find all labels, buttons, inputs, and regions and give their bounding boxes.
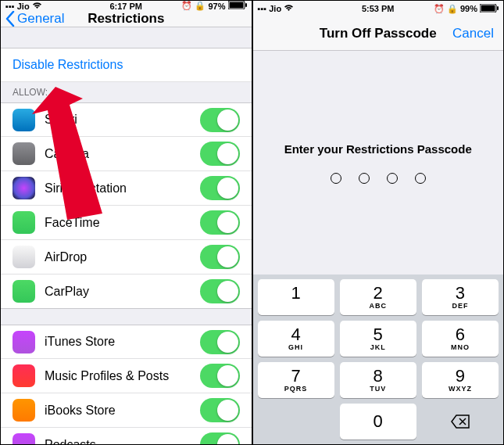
- numeric-keypad: 1 2ABC3DEF4GHI5JKL6MNO7PQRS8TUV9WXYZ0: [253, 275, 504, 444]
- app-label: Safari: [45, 113, 200, 127]
- passcode-dot: [415, 173, 426, 184]
- keypad-key-8[interactable]: 8TUV: [340, 362, 416, 398]
- allow-header: ALLOW:: [1, 82, 252, 102]
- clock: 5:53 PM: [253, 4, 504, 13]
- status-bar: ▪▪▪ Jio 6:17 PM ⏰ 🔒 97%: [1, 1, 252, 11]
- nav-bar: Turn Off Passcode Cancel: [253, 16, 504, 51]
- allow-row: Podcasts: [1, 428, 252, 444]
- keypad-delete[interactable]: [422, 404, 499, 440]
- allow-row: Siri & Dictation: [1, 171, 252, 206]
- app-icon: [13, 177, 35, 199]
- allow-toggle[interactable]: [200, 176, 240, 200]
- app-icon: [13, 142, 35, 165]
- cancel-button[interactable]: Cancel: [452, 26, 494, 41]
- keypad-key-3[interactable]: 3DEF: [422, 279, 499, 315]
- app-icon: [13, 211, 35, 234]
- allow-toggle[interactable]: [200, 142, 240, 166]
- allow-row: iBooks Store: [1, 393, 252, 428]
- keypad-key-0[interactable]: 0: [340, 404, 416, 440]
- disable-restrictions-label: Disable Restrictions: [13, 58, 240, 72]
- settings-list: Disable Restrictions ALLOW: SafariCamera…: [1, 27, 252, 444]
- allow-toggle[interactable]: [200, 108, 240, 132]
- app-label: Podcasts: [45, 438, 200, 445]
- restrictions-screen: ▪▪▪ Jio 6:17 PM ⏰ 🔒 97% General Restrict…: [1, 1, 252, 444]
- passcode-prompt: Enter your Restrictions Passcode: [284, 142, 472, 156]
- keypad-key-7[interactable]: 7PQRS: [258, 362, 334, 398]
- keypad-key-2[interactable]: 2ABC: [340, 279, 416, 315]
- passcode-prompt-area: Enter your Restrictions Passcode: [253, 51, 504, 275]
- allow-row: iTunes Store: [1, 325, 252, 359]
- clock: 6:17 PM: [1, 2, 252, 11]
- keypad-key-1[interactable]: 1: [258, 279, 334, 315]
- disable-restrictions-button[interactable]: Disable Restrictions: [1, 48, 252, 82]
- app-label: CarPlay: [45, 285, 200, 299]
- app-icon: [13, 280, 35, 303]
- back-label: General: [17, 11, 64, 27]
- app-label: Music Profiles & Posts: [45, 369, 200, 383]
- keypad-key-4[interactable]: 4GHI: [258, 321, 334, 357]
- app-icon: [13, 109, 35, 131]
- allow-row: Safari: [1, 102, 252, 137]
- app-label: FaceTime: [45, 216, 200, 230]
- allow-toggle[interactable]: [200, 432, 240, 444]
- app-icon: [13, 331, 35, 353]
- allow-row: Camera: [1, 137, 252, 171]
- backspace-icon: [451, 414, 470, 429]
- allow-toggle[interactable]: [200, 364, 240, 388]
- allow-toggle[interactable]: [200, 398, 240, 422]
- app-icon: [13, 433, 35, 444]
- app-label: iBooks Store: [45, 404, 200, 418]
- nav-bar: General Restrictions: [1, 11, 252, 27]
- keypad-key-9[interactable]: 9WXYZ: [422, 362, 499, 398]
- keypad-key-5[interactable]: 5JKL: [340, 321, 416, 357]
- app-icon: [13, 246, 35, 268]
- app-label: Camera: [45, 147, 200, 161]
- passcode-dot: [387, 173, 398, 184]
- passcode-dot: [331, 173, 341, 184]
- allow-toggle[interactable]: [200, 330, 240, 354]
- app-icon: [13, 364, 35, 387]
- app-icon: [13, 399, 35, 422]
- app-label: AirDrop: [45, 250, 200, 264]
- allow-row: FaceTime: [1, 206, 252, 240]
- passcode-dots: [331, 173, 426, 184]
- allow-toggle[interactable]: [200, 210, 240, 235]
- status-bar: ▪▪▪ Jio 5:53 PM ⏰ 🔒 99%: [253, 1, 504, 16]
- allow-row: CarPlay: [1, 275, 252, 309]
- passcode-dot: [359, 173, 370, 184]
- back-button[interactable]: General: [5, 11, 64, 27]
- allow-toggle[interactable]: [200, 279, 240, 303]
- allow-row: AirDrop: [1, 240, 252, 275]
- allow-toggle[interactable]: [200, 245, 240, 269]
- keypad-blank: [258, 404, 334, 440]
- page-title: Restrictions: [88, 11, 164, 27]
- keypad-key-6[interactable]: 6MNO: [422, 321, 499, 357]
- page-title: Turn Off Passcode: [320, 26, 437, 41]
- passcode-screen: ▪▪▪ Jio 5:53 PM ⏰ 🔒 99% Turn Off Passcod…: [253, 1, 504, 444]
- app-label: iTunes Store: [45, 335, 200, 349]
- allow-row: Music Profiles & Posts: [1, 359, 252, 393]
- app-label: Siri & Dictation: [45, 181, 200, 196]
